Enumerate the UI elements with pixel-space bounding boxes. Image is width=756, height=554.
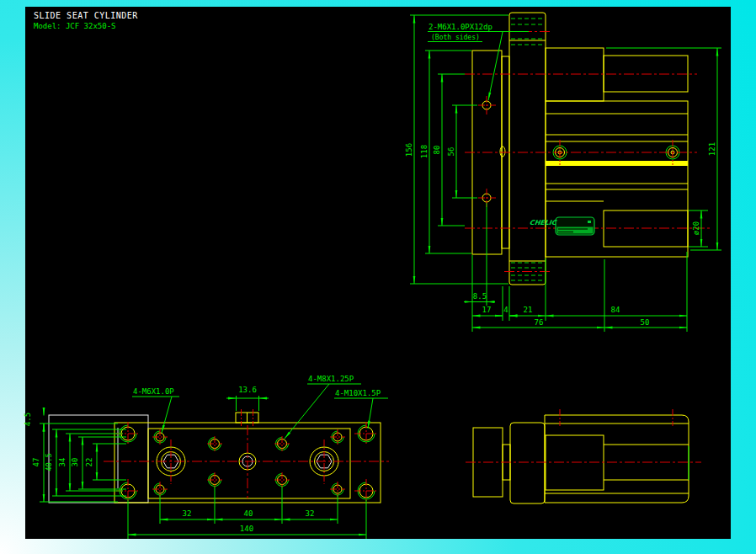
dim-22: 22 [85,458,93,467]
dim-17: 17 [482,306,492,314]
dim-13-6: 13.6 [238,386,257,394]
note-m6: 4-M6X1.0P [133,387,174,396]
dim-30: 30 [71,458,79,467]
model-space[interactable] [25,7,731,539]
note-m10: 4-M10X1.5P [335,389,381,397]
dim-40: 40 [244,509,253,518]
cad-window: SLIDE SEAT CYLINDER Model: JCF 32x50-S [0,0,756,554]
dim-40-5: 40.5 [45,453,53,471]
nameplate-brand: CHELIC [529,219,557,226]
drawing-title: SLIDE SEAT CYLINDER [34,11,138,20]
dim-32b: 32 [306,509,315,518]
drawing-canvas[interactable]: SLIDE SEAT CYLINDER Model: JCF 32x50-S [0,0,756,554]
dim-4: 4 [503,306,508,314]
dim-32a: 32 [183,509,192,518]
dim-34: 34 [58,458,67,467]
dim-8-5: 8.5 [473,292,487,301]
dim-76: 76 [535,318,544,327]
dim-121: 121 [708,142,716,156]
note-m8: 4-M8X1.25P [308,375,354,383]
dim-50: 50 [641,318,650,327]
dim-21: 21 [524,306,533,314]
dim-118: 118 [420,145,429,158]
dim-80: 80 [433,146,441,155]
thread-note-line1: 2-M6X1.0PX12dp [429,23,492,31]
nameplate-mark [588,221,591,223]
dim-47: 47 [32,458,40,467]
dim-84: 84 [611,306,620,314]
dim-156: 156 [405,143,413,157]
drawing-model: Model: JCF 32x50-S [34,22,116,30]
thread-note-line2: (Both sides) [431,34,480,41]
nameplate-fineprint [557,227,594,234]
dim-140: 140 [240,525,253,533]
dim-4-5: 4.5 [24,413,32,426]
dim-rod-dia: ø20 [692,221,700,235]
seal-band [546,161,688,166]
dim-56: 56 [447,147,455,157]
